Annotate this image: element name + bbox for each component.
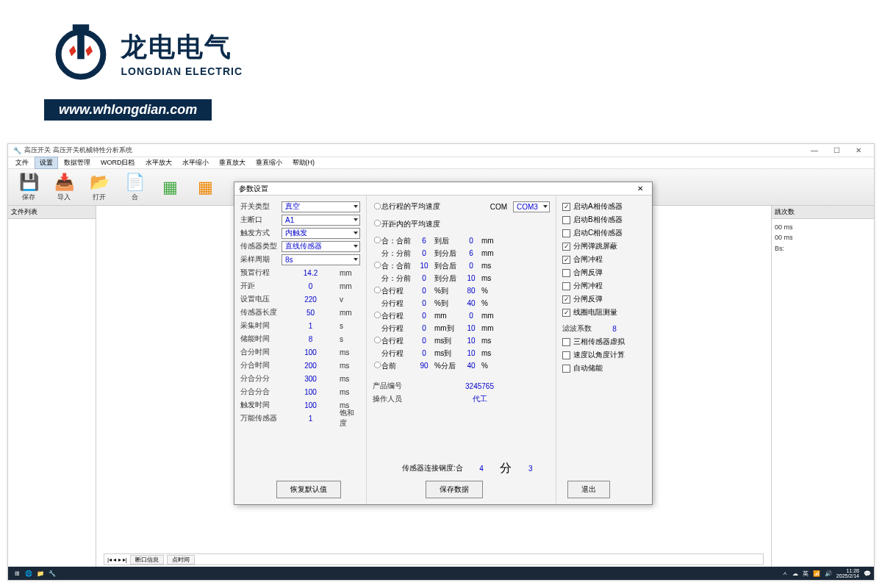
toolbar-btn-4[interactable]: ▦ bbox=[152, 170, 187, 205]
field-value[interactable]: 3245765 bbox=[409, 382, 550, 390]
mid-value[interactable]: 0 bbox=[414, 249, 434, 257]
select-触发方式[interactable]: 内触发 bbox=[282, 228, 360, 239]
mid-value[interactable]: 0 bbox=[414, 274, 434, 282]
mid-value2[interactable]: 40 bbox=[461, 362, 481, 370]
tray-icon[interactable]: ☁ bbox=[792, 570, 798, 577]
taskbar-icon[interactable]: 📁 bbox=[37, 570, 44, 577]
tray-wifi-icon[interactable]: 📶 bbox=[813, 570, 820, 577]
menu-6[interactable]: 垂直放大 bbox=[215, 157, 250, 168]
radio-row[interactable] bbox=[374, 312, 381, 318]
field-value[interactable]: 300 bbox=[282, 375, 340, 383]
sensor-conn-v2[interactable]: 3 bbox=[512, 465, 549, 473]
dialog-close-button[interactable]: ✕ bbox=[633, 184, 648, 193]
com-select[interactable]: COM3 bbox=[513, 201, 550, 212]
tray-lang[interactable]: 英 bbox=[803, 570, 808, 578]
radio-avg-total[interactable] bbox=[374, 202, 381, 209]
checkbox[interactable] bbox=[562, 269, 570, 277]
mid-value[interactable]: 0 bbox=[414, 312, 434, 320]
start-button[interactable]: ⊞ bbox=[11, 570, 23, 577]
menu-4[interactable]: 水平放大 bbox=[141, 157, 176, 168]
checkbox[interactable] bbox=[562, 338, 570, 346]
radio-row[interactable] bbox=[374, 237, 381, 243]
restore-defaults-button[interactable]: 恢复默认值 bbox=[276, 481, 341, 498]
menu-1[interactable]: 设置 bbox=[35, 157, 58, 169]
mid-value2[interactable]: 0 bbox=[461, 262, 481, 270]
tray-notif-icon[interactable]: 💬 bbox=[864, 570, 871, 577]
menu-2[interactable]: 数据管理 bbox=[60, 157, 95, 168]
select-采样周期[interactable]: 8s bbox=[282, 254, 360, 265]
field-value[interactable]: 8 bbox=[282, 335, 340, 343]
menu-8[interactable]: 帮助(H) bbox=[288, 157, 320, 168]
field-value[interactable]: 100 bbox=[282, 388, 340, 396]
menu-5[interactable]: 水平缩小 bbox=[178, 157, 213, 168]
checkbox[interactable] bbox=[562, 282, 570, 290]
mid-value2[interactable]: 80 bbox=[461, 287, 481, 295]
tray-icon[interactable]: ㅅ bbox=[782, 570, 788, 578]
checkbox[interactable] bbox=[562, 365, 570, 373]
field-value[interactable]: 50 bbox=[282, 309, 340, 317]
mid-value[interactable]: 6 bbox=[414, 237, 434, 245]
filter-value[interactable]: 8 bbox=[603, 325, 625, 333]
toolbar-btn-3[interactable]: 📄合 bbox=[117, 170, 152, 205]
tab-time[interactable]: 点时间 bbox=[167, 555, 195, 564]
menu-0[interactable]: 文件 bbox=[11, 157, 33, 168]
toolbar-btn-2[interactable]: 📂打开 bbox=[82, 170, 117, 205]
radio-row[interactable] bbox=[374, 362, 381, 368]
mid-value2[interactable]: 10 bbox=[461, 274, 481, 282]
checkbox[interactable] bbox=[562, 309, 570, 317]
mid-value2[interactable]: 10 bbox=[461, 337, 481, 345]
close-button[interactable]: ✕ bbox=[847, 146, 870, 154]
tray-sound-icon[interactable]: 🔊 bbox=[825, 570, 832, 577]
exit-button[interactable]: 退出 bbox=[567, 481, 610, 498]
toolbar-btn-1[interactable]: 📥导入 bbox=[46, 170, 82, 205]
mid-value[interactable]: 10 bbox=[414, 262, 434, 270]
field-value[interactable]: 0 bbox=[282, 282, 340, 290]
field-value[interactable]: 100 bbox=[282, 401, 340, 409]
select-主断口[interactable]: A1 bbox=[282, 215, 360, 226]
mid-value2[interactable]: 0 bbox=[461, 237, 481, 245]
taskbar-icon[interactable]: 🌐 bbox=[25, 570, 32, 577]
radio-row[interactable] bbox=[374, 287, 381, 293]
mid-value[interactable]: 0 bbox=[414, 337, 434, 345]
checkbox[interactable] bbox=[562, 243, 570, 251]
mid-value[interactable]: 0 bbox=[414, 287, 434, 295]
field-value[interactable]: 100 bbox=[282, 348, 340, 356]
checkbox[interactable] bbox=[562, 295, 570, 304]
radio-row[interactable] bbox=[374, 337, 381, 343]
select-开关类型[interactable]: 真空 bbox=[282, 201, 360, 212]
checkbox[interactable] bbox=[562, 256, 570, 264]
field-value[interactable]: 200 bbox=[282, 362, 340, 370]
checkbox[interactable] bbox=[562, 216, 570, 224]
radio-avg-dist[interactable] bbox=[374, 220, 381, 226]
select-传感器类型[interactable]: 直线传感器 bbox=[282, 241, 360, 252]
mid-value2[interactable]: 10 bbox=[461, 324, 481, 332]
toolbar-btn-0[interactable]: 💾保存 bbox=[11, 170, 46, 205]
menu-3[interactable]: WORD归档 bbox=[96, 157, 140, 168]
tab-info[interactable]: 断口信息 bbox=[130, 555, 164, 564]
field-value[interactable]: 1 bbox=[282, 415, 340, 423]
mid-value[interactable]: 0 bbox=[414, 324, 434, 332]
menu-7[interactable]: 垂直缩小 bbox=[251, 157, 287, 168]
mid-value2[interactable]: 0 bbox=[461, 312, 481, 320]
field-value[interactable]: 220 bbox=[282, 295, 340, 304]
mid-value[interactable]: 90 bbox=[414, 362, 434, 370]
checkbox[interactable] bbox=[562, 351, 570, 359]
mid-value[interactable]: 0 bbox=[414, 299, 434, 307]
mid-value2[interactable]: 10 bbox=[461, 349, 481, 357]
checkbox[interactable] bbox=[562, 203, 570, 211]
sensor-conn-v1[interactable]: 4 bbox=[463, 465, 501, 473]
mid-value[interactable]: 0 bbox=[414, 349, 434, 357]
mid-value2[interactable]: 6 bbox=[461, 249, 481, 257]
radio-row[interactable] bbox=[374, 262, 381, 268]
field-value[interactable]: 1 bbox=[282, 322, 340, 330]
field-value[interactable]: 代工 bbox=[409, 394, 550, 404]
field-value[interactable]: 14.2 bbox=[282, 269, 340, 277]
taskbar-icon[interactable]: 🔧 bbox=[49, 570, 56, 577]
save-data-button[interactable]: 保存数据 bbox=[426, 481, 483, 498]
maximize-button[interactable]: ☐ bbox=[825, 146, 847, 154]
toolbar-btn-5[interactable]: ▦ bbox=[187, 170, 223, 205]
checkbox[interactable] bbox=[562, 229, 570, 237]
tray-clock[interactable]: 11:282025/2/14 bbox=[836, 568, 859, 578]
minimize-button[interactable]: — bbox=[803, 146, 825, 154]
mid-value2[interactable]: 40 bbox=[461, 299, 481, 307]
